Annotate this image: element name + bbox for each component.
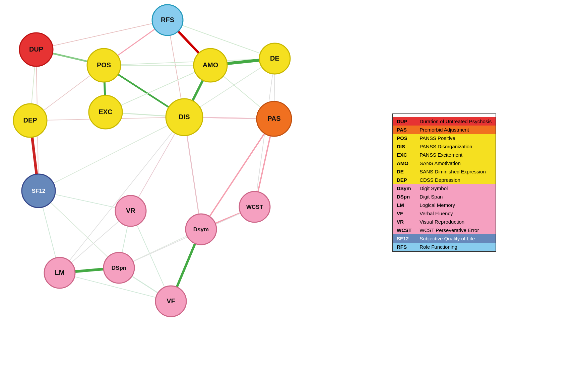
node-label: SF12 (32, 188, 46, 194)
legend-node-label: DSym (392, 184, 415, 192)
legend-meaning-label: PANSS Positive (415, 134, 496, 142)
node-de: DE (259, 43, 290, 74)
legend-node-label: DE (392, 167, 415, 176)
network-area: RFSDUPPOSAMODEDEPEXCDISPASSF12VRWCSTDsym… (0, 0, 385, 392)
node-rfs: RFS (152, 5, 183, 35)
node-wcst: WCST (239, 191, 270, 222)
legend-row: DESANS Diminished Expression (392, 167, 496, 176)
legend-meaning-label: SANS Diminished Expression (415, 167, 496, 176)
legend-node-label: POS (392, 134, 415, 142)
legend-row: VRVisual Reproduction (392, 218, 496, 226)
node-dis: DIS (166, 99, 203, 136)
legend-row: DSymDigit Symbol (392, 184, 496, 192)
legend-node-label: DIS (392, 142, 415, 151)
legend-node-label: LM (392, 201, 415, 209)
legend-header-node (392, 114, 415, 117)
edge (36, 20, 168, 50)
node-dup: DUP (19, 33, 53, 66)
node-label: PAS (267, 115, 281, 122)
legend-node-label: VR (392, 218, 415, 226)
legend-meaning-label: Premorbid Adjustment (415, 126, 496, 134)
legend-area: DUPDuration of Untreated PsychosisPASPre… (392, 113, 533, 252)
legend-meaning-label: Logical Memory (415, 201, 496, 209)
node-lm: LM (44, 257, 75, 288)
legend-meaning-label: CDSS Depression (415, 176, 496, 184)
legend-meaning-label: PANSS Disorganization (415, 142, 496, 151)
network-svg: RFSDUPPOSAMODEDEPEXCDISPASSF12VRWCSTDsym… (0, 0, 385, 392)
node-label: Dsym (193, 226, 209, 233)
legend-meaning-label: Subjective Quality of Life (415, 234, 496, 243)
node-label: DUP (29, 46, 43, 53)
legend-row: VFVerbal Fluency (392, 209, 496, 218)
node-label: DE (270, 55, 279, 62)
legend-node-label: AMO (392, 159, 415, 167)
node-label: DIS (179, 113, 190, 121)
legend-meaning-label: Digit Symbol (415, 184, 496, 192)
node-label: VF (167, 297, 175, 305)
legend-node-label: EXC (392, 151, 415, 159)
legend-meaning-label: Role Functioning (415, 243, 496, 251)
legend-node-label: PAS (392, 126, 415, 134)
node-amo: AMO (194, 49, 227, 82)
legend-header-meaning (415, 114, 496, 117)
node-label: AMO (203, 61, 218, 69)
main-container: RFSDUPPOSAMODEDEPEXCDISPASSF12VRWCSTDsym… (0, 0, 578, 392)
node-label: WCST (246, 204, 263, 210)
node-dspn: DSpn (104, 252, 134, 283)
legend-node-label: DSpn (392, 192, 415, 201)
legend-node-label: DUP (392, 117, 415, 126)
node-sf12: SF12 (22, 174, 55, 208)
legend-row: DSpnDigit Span (392, 192, 496, 201)
legend-row: POSPANSS Positive (392, 134, 496, 142)
node-label: VR (126, 207, 135, 214)
node-vr: VR (115, 195, 146, 226)
node-pas: PAS (257, 101, 292, 136)
node-label: DSpn (112, 265, 126, 271)
legend-meaning-label: WCST Perseverative Error (415, 226, 496, 234)
legend-row: SF12Subjective Quality of Life (392, 234, 496, 243)
node-dep: DEP (13, 104, 47, 137)
node-label: DEP (23, 116, 37, 124)
legend-meaning-label: PANSS Excitement (415, 151, 496, 159)
legend-row: LMLogical Memory (392, 201, 496, 209)
legend-table: DUPDuration of Untreated PsychosisPASPre… (392, 113, 496, 252)
legend-row: PASPremorbid Adjustment (392, 126, 496, 134)
node-vf: VF (155, 286, 186, 317)
node-label: LM (55, 269, 65, 276)
legend-meaning-label: Digit Span (415, 192, 496, 201)
legend-node-label: RFS (392, 243, 415, 251)
legend-row: RFSRole Functioning (392, 243, 496, 251)
node-label: EXC (99, 108, 112, 115)
node-label: RFS (161, 16, 174, 23)
node-pos: POS (87, 49, 121, 82)
node-label: POS (97, 61, 111, 69)
legend-node-label: VF (392, 209, 415, 218)
legend-meaning-label: SANS Amotivation (415, 159, 496, 167)
legend-row: DEPCDSS Depression (392, 176, 496, 184)
edge (60, 117, 184, 273)
legend-node-label: SF12 (392, 234, 415, 243)
legend-meaning-label: Duration of Untreated Psychosis (415, 117, 496, 126)
legend-meaning-label: Verbal Fluency (415, 209, 496, 218)
legend-row: AMOSANS Amotivation (392, 159, 496, 167)
legend-node-label: DEP (392, 176, 415, 184)
legend-row: DUPDuration of Untreated Psychosis (392, 117, 496, 126)
legend-row: WCSTWCST Perseverative Error (392, 226, 496, 234)
legend-row: DISPANSS Disorganization (392, 142, 496, 151)
legend-meaning-label: Visual Reproduction (415, 218, 496, 226)
legend-node-label: WCST (392, 226, 415, 234)
node-exc: EXC (89, 95, 122, 129)
node-dsym: Dsym (186, 214, 216, 245)
legend-row: EXCPANSS Excitement (392, 151, 496, 159)
